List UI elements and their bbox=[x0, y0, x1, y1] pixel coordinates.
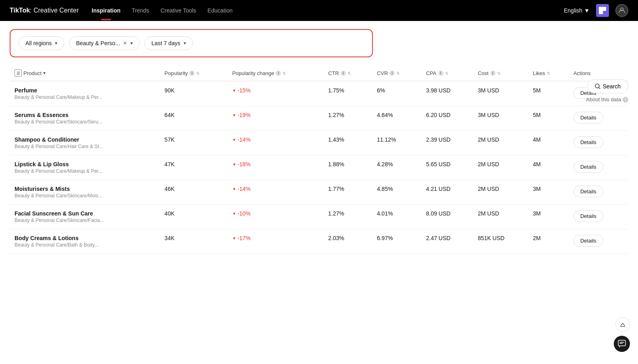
cell-product-2: Shampoo & Conditioner Beauty & Personal … bbox=[10, 131, 160, 155]
table-row: Facial Sunscreen & Sun Care Beauty & Per… bbox=[10, 205, 628, 229]
product-name-0: Perfume bbox=[15, 87, 155, 94]
col-actions-label: Actions bbox=[573, 70, 591, 76]
cell-product-6: Body Creams & Lotions Beauty & Personal … bbox=[10, 229, 160, 254]
product-name-6: Body Creams & Lotions bbox=[15, 235, 155, 241]
col-popularity[interactable]: Popularity i ⇅ bbox=[160, 65, 228, 81]
cell-cost-2: 2M USD bbox=[473, 131, 528, 155]
cell-cpa-4: 4.21 USD bbox=[421, 180, 473, 205]
cpa-sort-icon: ⇅ bbox=[445, 71, 448, 75]
product-category-4: Beauty & Personal Care/Skincare/Mois... bbox=[15, 193, 155, 199]
col-ctr-label: CTR bbox=[328, 70, 339, 76]
cell-cost-6: 851K USD bbox=[473, 229, 528, 254]
product-category-5: Beauty & Personal Care/Skincare/Facia... bbox=[15, 218, 155, 223]
data-table-wrapper: ☰ Product ▾ Popularity i ⇅ bbox=[10, 65, 628, 254]
top-right-controls: Search About this data i bbox=[586, 79, 628, 103]
table-row: Body Creams & Lotions Beauty & Personal … bbox=[10, 229, 628, 254]
cell-pop-change-4: ▼ -14% bbox=[227, 180, 323, 205]
cvr-info-icon: i bbox=[389, 71, 395, 76]
col-cvr[interactable]: CVR i ⇅ bbox=[372, 65, 421, 81]
cell-ctr-4: 1.77% bbox=[323, 180, 372, 205]
nav-link-inspiration[interactable]: Inspiration bbox=[92, 7, 121, 14]
region-filter[interactable]: All regions ▾ bbox=[19, 36, 64, 50]
details-button-2[interactable]: Details bbox=[573, 136, 603, 148]
details-button-4[interactable]: Details bbox=[573, 186, 603, 197]
down-arrow-icon-3: ▼ bbox=[232, 162, 236, 167]
popularity-sort-icon: ⇅ bbox=[196, 71, 199, 75]
details-button-5[interactable]: Details bbox=[573, 210, 603, 222]
table-row: Serums & Essences Beauty & Personal Care… bbox=[10, 106, 628, 131]
cell-pop-change-0: ▼ -15% bbox=[227, 81, 323, 106]
svg-rect-1 bbox=[602, 7, 606, 11]
cell-actions-4: Details bbox=[569, 180, 628, 205]
cell-actions-3: Details bbox=[569, 155, 628, 180]
product-chevron: ▾ bbox=[43, 70, 46, 76]
logo: TikTok: Creative Center bbox=[10, 7, 79, 14]
pop-change-sort-icon: ⇅ bbox=[282, 71, 286, 75]
search-button[interactable]: Search bbox=[587, 79, 628, 93]
language-selector[interactable]: English ▼ bbox=[564, 7, 590, 14]
cell-ctr-6: 2.03% bbox=[323, 229, 372, 254]
about-data-label: About this data bbox=[586, 96, 621, 103]
col-cpa-label: CPA bbox=[426, 70, 437, 76]
date-filter[interactable]: Last 7 days ▾ bbox=[144, 36, 193, 50]
down-arrow-icon-5: ▼ bbox=[232, 211, 236, 216]
brand-icon-box bbox=[596, 4, 609, 17]
category-chevron: ▾ bbox=[130, 40, 133, 46]
product-category-2: Beauty & Personal Care/Hair Care & St... bbox=[15, 144, 155, 149]
col-product[interactable]: ☰ Product ▾ bbox=[10, 65, 160, 81]
cell-popularity-4: 46K bbox=[160, 180, 228, 205]
down-arrow-icon-6: ▼ bbox=[232, 236, 236, 241]
cell-actions-6: Details bbox=[569, 229, 628, 254]
product-category-6: Beauty & Personal Care/Bath & Body... bbox=[15, 242, 155, 248]
table-row: Lipstick & Lip Gloss Beauty & Personal C… bbox=[10, 155, 628, 180]
about-data[interactable]: About this data i bbox=[586, 96, 628, 103]
ctr-sort-icon: ⇅ bbox=[347, 71, 351, 75]
col-pop-change[interactable]: Popularity change i ⇅ bbox=[227, 65, 323, 81]
cell-pop-change-3: ▼ -18% bbox=[227, 155, 323, 180]
col-cpa[interactable]: CPA i ⇅ bbox=[421, 65, 473, 81]
pop-change-info-icon: i bbox=[276, 71, 281, 76]
likes-sort-icon: ⇅ bbox=[547, 71, 550, 75]
back-to-top-button[interactable] bbox=[615, 317, 630, 332]
back-to-top-icon bbox=[620, 322, 625, 327]
cell-product-3: Lipstick & Lip Gloss Beauty & Personal C… bbox=[10, 155, 160, 180]
logo-suffix: : Creative Center bbox=[30, 7, 79, 14]
product-table: ☰ Product ▾ Popularity i ⇅ bbox=[10, 65, 628, 254]
search-icon bbox=[595, 84, 600, 89]
svg-line-4 bbox=[599, 88, 600, 89]
category-close-icon[interactable]: ✕ bbox=[123, 40, 127, 46]
cell-cvr-1: 4.84% bbox=[372, 106, 421, 131]
down-arrow-icon-1: ▼ bbox=[232, 113, 236, 117]
chat-button[interactable] bbox=[614, 336, 630, 352]
nav-link-creative-tools[interactable]: Creative Tools bbox=[161, 7, 196, 14]
nav-link-education[interactable]: Education bbox=[207, 7, 232, 14]
cell-cost-3: 2M USD bbox=[473, 155, 528, 180]
details-button-6[interactable]: Details bbox=[573, 235, 603, 247]
col-cvr-label: CVR bbox=[377, 70, 388, 76]
cell-likes-5: 3M bbox=[528, 205, 568, 229]
cell-likes-3: 4M bbox=[528, 155, 568, 180]
details-button-1[interactable]: Details bbox=[573, 112, 603, 123]
details-button-3[interactable]: Details bbox=[573, 161, 603, 173]
language-label: English bbox=[564, 7, 582, 14]
cell-pop-change-6: ▼ -17% bbox=[227, 229, 323, 254]
pop-change-value-6: ▼ -17% bbox=[232, 235, 318, 241]
cell-likes-4: 3M bbox=[528, 180, 568, 205]
col-likes-label: Likes bbox=[533, 70, 545, 76]
cell-actions-2: Details bbox=[569, 131, 628, 155]
filter-bar: All regions ▾ Beauty & Perso... ✕ ▾ Last… bbox=[10, 29, 373, 57]
cell-likes-6: 2M bbox=[528, 229, 568, 254]
cell-product-4: Moisturisers & Mists Beauty & Personal C… bbox=[10, 180, 160, 205]
col-cost[interactable]: Cost i ⇅ bbox=[473, 65, 528, 81]
table-body: Perfume Beauty & Personal Care/Makeup & … bbox=[10, 81, 628, 254]
col-ctr[interactable]: CTR i ⇅ bbox=[323, 65, 372, 81]
cell-cpa-2: 2.39 USD bbox=[421, 131, 473, 155]
chat-icon bbox=[618, 340, 626, 348]
brand-icon bbox=[599, 7, 606, 14]
col-likes[interactable]: Likes ⇅ bbox=[528, 65, 568, 81]
category-filter[interactable]: Beauty & Perso... ✕ ▾ bbox=[69, 36, 140, 50]
cell-popularity-2: 57K bbox=[160, 131, 228, 155]
nav-link-trends[interactable]: Trends bbox=[132, 7, 149, 14]
user-avatar[interactable] bbox=[615, 4, 628, 17]
svg-rect-6 bbox=[618, 340, 625, 346]
